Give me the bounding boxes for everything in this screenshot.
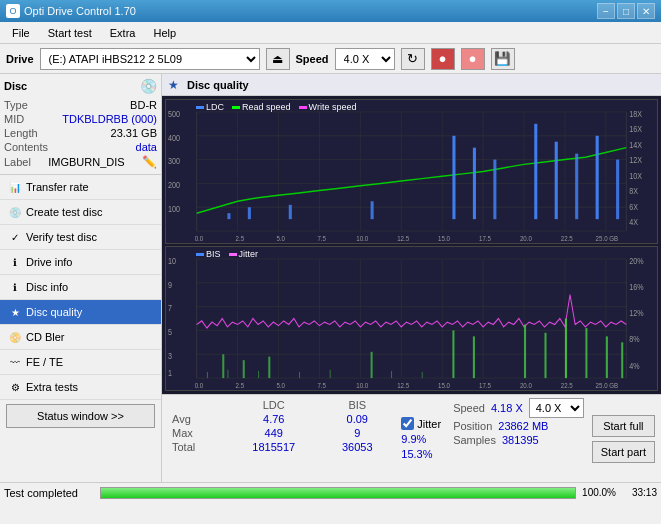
nav-items: 📊 Transfer rate 💿 Create test disc ✓ Ver… [0, 175, 161, 400]
top-chart-svg: 500 400 300 200 100 18X 16X 14X 12X 10X … [166, 100, 657, 243]
speed-val: 4.18 X [491, 402, 523, 414]
svg-text:5.0: 5.0 [276, 234, 285, 242]
disc-type-value: BD-R [130, 99, 157, 111]
col-empty [168, 398, 226, 412]
disc-button1[interactable]: ● [431, 48, 455, 70]
sidebar-item-extra-tests[interactable]: ⚙ Extra tests [0, 375, 161, 400]
legend-ldc: LDC [206, 102, 224, 112]
eject-button[interactable]: ⏏ [266, 48, 290, 70]
svg-rect-84 [606, 336, 608, 378]
svg-rect-75 [243, 360, 245, 378]
svg-rect-27 [555, 142, 558, 219]
sidebar-item-fe-te[interactable]: 〰 FE / TE [0, 350, 161, 375]
sidebar-item-disc-quality[interactable]: ★ Disc quality [0, 300, 161, 325]
svg-rect-90 [330, 370, 331, 378]
top-chart-legend: LDC Read speed Write speed [196, 102, 356, 112]
svg-text:0.0: 0.0 [195, 381, 204, 389]
menu-help[interactable]: Help [145, 25, 184, 41]
progress-time: 33:13 [622, 487, 657, 498]
svg-rect-83 [585, 328, 587, 378]
svg-text:200: 200 [168, 181, 181, 191]
svg-rect-78 [452, 330, 454, 378]
svg-text:16X: 16X [629, 125, 642, 135]
sidebar-item-create-test-disc[interactable]: 💿 Create test disc [0, 200, 161, 225]
stats-row-avg: Avg 4.76 0.09 [168, 412, 393, 426]
speed-select2[interactable]: 4.0 X [529, 398, 584, 418]
menu-file[interactable]: File [4, 25, 38, 41]
col-bis: BIS [321, 398, 393, 412]
nav-label-transfer-rate: Transfer rate [26, 181, 89, 193]
svg-rect-19 [227, 213, 230, 219]
transfer-rate-icon: 📊 [8, 180, 22, 194]
speed-select[interactable]: 4.0 X [335, 48, 395, 70]
disc-length-value: 23.31 GB [111, 127, 157, 139]
chart-icon: ★ [168, 78, 179, 92]
maximize-button[interactable]: □ [617, 3, 635, 19]
svg-text:400: 400 [168, 133, 181, 143]
main-layout: Disc 💿 Type BD-R MID TDKBLDRBB (000) Len… [0, 74, 661, 482]
svg-rect-92 [422, 372, 423, 378]
save-button[interactable]: 💾 [491, 48, 515, 70]
svg-text:2.5: 2.5 [236, 381, 245, 389]
disc-button2[interactable]: ● [461, 48, 485, 70]
cd-bler-icon: 📀 [8, 330, 22, 344]
start-part-button[interactable]: Start part [592, 441, 655, 463]
minimize-button[interactable]: − [597, 3, 615, 19]
drive-select[interactable]: (E:) ATAPI iHBS212 2 5L09 [40, 48, 260, 70]
close-button[interactable]: ✕ [637, 3, 655, 19]
app-title: Opti Drive Control 1.70 [24, 5, 136, 17]
disc-contents-value: data [136, 141, 157, 153]
svg-rect-26 [534, 124, 537, 219]
samples-val: 381395 [502, 434, 539, 446]
svg-text:12.5: 12.5 [397, 234, 409, 242]
samples-key: Samples [453, 434, 496, 446]
svg-text:17.5: 17.5 [479, 381, 491, 389]
sidebar-item-verify-test-disc[interactable]: ✓ Verify test disc [0, 225, 161, 250]
total-ldc: 1815517 [226, 440, 321, 454]
svg-rect-30 [616, 160, 619, 220]
disc-section: Disc 💿 Type BD-R MID TDKBLDRBB (000) Len… [0, 74, 161, 175]
svg-text:4X: 4X [629, 218, 639, 228]
start-full-button[interactable]: Start full [592, 415, 655, 437]
svg-rect-24 [473, 148, 476, 219]
bottom-chart: BIS Jitter [165, 246, 658, 391]
sidebar-item-transfer-rate[interactable]: 📊 Transfer rate [0, 175, 161, 200]
sidebar-item-drive-info[interactable]: ℹ Drive info [0, 250, 161, 275]
disc-contents-label: Contents [4, 141, 48, 153]
sidebar-item-disc-info[interactable]: ℹ Disc info [0, 275, 161, 300]
status-window-button[interactable]: Status window >> [6, 404, 155, 428]
svg-text:4%: 4% [629, 361, 639, 371]
svg-rect-89 [299, 372, 300, 378]
drive-bar: Drive (E:) ATAPI iHBS212 2 5L09 ⏏ Speed … [0, 44, 661, 74]
menu-extra[interactable]: Extra [102, 25, 144, 41]
nav-label-drive-info: Drive info [26, 256, 72, 268]
svg-rect-55 [166, 247, 657, 390]
svg-text:10.0: 10.0 [356, 234, 368, 242]
disc-type-label: Type [4, 99, 28, 111]
disc-title: Disc [4, 80, 27, 92]
refresh-button[interactable]: ↻ [401, 48, 425, 70]
nav-label-disc-info: Disc info [26, 281, 68, 293]
sidebar-item-cd-bler[interactable]: 📀 CD Bler [0, 325, 161, 350]
chart-header: ★ Disc quality [162, 74, 661, 96]
menu-start-test[interactable]: Start test [40, 25, 100, 41]
max-ldc: 449 [226, 426, 321, 440]
col-ldc: LDC [226, 398, 321, 412]
nav-label-extra-tests: Extra tests [26, 381, 78, 393]
nav-label-create-disc: Create test disc [26, 206, 102, 218]
disc-refresh-icon[interactable]: 💿 [140, 78, 157, 94]
svg-text:10.0: 10.0 [356, 381, 368, 389]
action-buttons: Start full Start part [592, 398, 655, 479]
svg-text:5: 5 [168, 328, 172, 338]
legend-jitter: Jitter [239, 249, 259, 259]
svg-rect-79 [473, 336, 475, 378]
disc-label-icon[interactable]: ✏️ [142, 155, 157, 169]
svg-rect-77 [371, 352, 373, 378]
svg-rect-74 [222, 354, 224, 378]
svg-rect-80 [524, 324, 526, 378]
svg-text:25.0 GB: 25.0 GB [596, 381, 619, 389]
svg-text:7: 7 [168, 304, 172, 314]
jitter-checkbox[interactable] [401, 417, 414, 430]
svg-text:12.5: 12.5 [397, 381, 409, 389]
charts-area: LDC Read speed Write speed [162, 96, 661, 394]
